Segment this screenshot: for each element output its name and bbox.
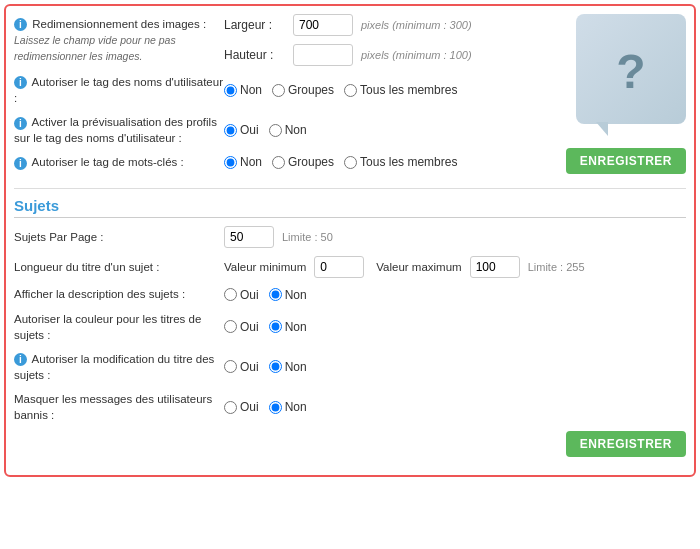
main-container: i Redimensionnement des images : Laissez…: [4, 4, 696, 477]
par-page-label-col: Sujets Par Page :: [14, 229, 224, 245]
couleur-controls: Oui Non: [224, 320, 686, 334]
afficher-desc-row: Afficher la description des sujets : Oui…: [14, 286, 686, 302]
info-icon-redimensionnement: i: [14, 18, 27, 31]
mots-non-option[interactable]: Non: [224, 155, 262, 169]
redimensionnement-label-col: i Redimensionnement des images : Laissez…: [14, 16, 224, 64]
par-page-input[interactable]: [224, 226, 274, 248]
preview-controls: Oui Non: [224, 123, 558, 137]
preview-label-col: i Activer la prévisualisation des profil…: [14, 114, 224, 146]
valeur-min-input[interactable]: [314, 256, 364, 278]
masquer-oui-label: Oui: [240, 400, 259, 414]
tag-groupes-option[interactable]: Groupes: [272, 83, 334, 97]
couleur-oui-option[interactable]: Oui: [224, 320, 259, 334]
save-button-images[interactable]: ENREGISTRER: [566, 148, 686, 174]
couleur-oui-label: Oui: [240, 320, 259, 334]
mots-non-label: Non: [240, 155, 262, 169]
images-section: i Redimensionnement des images : Laissez…: [14, 14, 686, 178]
question-mark-icon: ?: [616, 48, 645, 96]
preview-oui-option[interactable]: Oui: [224, 123, 259, 137]
valeur-limit: Limite : 255: [528, 261, 585, 273]
preview-non-option[interactable]: Non: [269, 123, 307, 137]
tag-tous-option[interactable]: Tous les membres: [344, 83, 457, 97]
masquer-non-label: Non: [285, 400, 307, 414]
redimensionnement-controls: Largeur : pixels (minimum : 300) Hauteur…: [224, 14, 558, 66]
masquer-oui-option[interactable]: Oui: [224, 400, 259, 414]
tag-groupes-label: Groupes: [288, 83, 334, 97]
sujets-section: Sujets Sujets Par Page : Limite : 50 Lon…: [14, 197, 686, 457]
desc-non-option[interactable]: Non: [269, 288, 307, 302]
hauteur-input[interactable]: [293, 44, 353, 66]
tag-noms-row: i Autoriser le tag des noms d'utilisateu…: [14, 74, 558, 106]
tag-tous-label: Tous les membres: [360, 83, 457, 97]
modif-non-option[interactable]: Non: [269, 360, 307, 374]
par-page-controls: Limite : 50: [224, 226, 686, 248]
longueur-controls: Valeur minimum Valeur maximum Limite : 2…: [224, 256, 686, 278]
par-page-row: Sujets Par Page : Limite : 50: [14, 226, 686, 248]
desc-non-label: Non: [285, 288, 307, 302]
tag-mots-controls: Non Groupes Tous les membres: [224, 155, 558, 169]
afficher-desc-label-col: Afficher la description des sujets :: [14, 286, 224, 302]
valeur-max-input[interactable]: [470, 256, 520, 278]
redimensionnement-row: i Redimensionnement des images : Laissez…: [14, 14, 558, 66]
mots-tous-label: Tous les membres: [360, 155, 457, 169]
masquer-non-option[interactable]: Non: [269, 400, 307, 414]
info-icon-tag: i: [14, 76, 27, 89]
couleur-label-col: Autoriser la couleur pour les titres de …: [14, 311, 224, 343]
preview-row: i Activer la prévisualisation des profil…: [14, 114, 558, 146]
images-left: i Redimensionnement des images : Laissez…: [14, 14, 558, 178]
largeur-label: Largeur :: [224, 18, 289, 32]
desc-oui-option[interactable]: Oui: [224, 288, 259, 302]
couleur-non-option[interactable]: Non: [269, 320, 307, 334]
images-right: ? ENREGISTRER: [566, 14, 686, 178]
modif-non-label: Non: [285, 360, 307, 374]
image-placeholder: ?: [576, 14, 686, 124]
preview-oui-label: Oui: [240, 123, 259, 137]
modif-titre-row: i Autoriser la modification du titre des…: [14, 351, 686, 383]
hauteur-label: Hauteur :: [224, 48, 289, 62]
largeur-input[interactable]: [293, 14, 353, 36]
sujets-save-row: ENREGISTRER: [14, 431, 686, 457]
mots-groupes-option[interactable]: Groupes: [272, 155, 334, 169]
couleur-row: Autoriser la couleur pour les titres de …: [14, 311, 686, 343]
tag-mots-label-col: i Autoriser le tag de mots-clés :: [14, 154, 224, 170]
longueur-label-col: Longueur du titre d'un sujet :: [14, 259, 224, 275]
preview-non-label: Non: [285, 123, 307, 137]
hauteur-hint: pixels (minimum : 100): [361, 49, 472, 61]
modif-titre-label-col: i Autoriser la modification du titre des…: [14, 351, 224, 383]
desc-oui-label: Oui: [240, 288, 259, 302]
section-divider: [14, 188, 686, 189]
modif-oui-label: Oui: [240, 360, 259, 374]
valeur-max-label: Valeur maximum: [376, 261, 461, 273]
info-icon-modif: i: [14, 353, 27, 366]
mots-tous-option[interactable]: Tous les membres: [344, 155, 457, 169]
tag-noms-label-col: i Autoriser le tag des noms d'utilisateu…: [14, 74, 224, 106]
couleur-non-label: Non: [285, 320, 307, 334]
info-icon-preview: i: [14, 117, 27, 130]
sujets-title: Sujets: [14, 197, 686, 218]
mots-groupes-label: Groupes: [288, 155, 334, 169]
afficher-desc-controls: Oui Non: [224, 288, 686, 302]
longueur-row: Longueur du titre d'un sujet : Valeur mi…: [14, 256, 686, 278]
masquer-controls: Oui Non: [224, 400, 686, 414]
masquer-label-col: Masquer les messages des utilisateurs ba…: [14, 391, 224, 423]
tag-noms-controls: Non Groupes Tous les membres: [224, 83, 558, 97]
modif-titre-controls: Oui Non: [224, 360, 686, 374]
tag-non-option[interactable]: Non: [224, 83, 262, 97]
save-button-sujets[interactable]: ENREGISTRER: [566, 431, 686, 457]
tag-mots-row: i Autoriser le tag de mots-clés : Non Gr…: [14, 154, 558, 170]
masquer-row: Masquer les messages des utilisateurs ba…: [14, 391, 686, 423]
info-icon-mots: i: [14, 157, 27, 170]
modif-oui-option[interactable]: Oui: [224, 360, 259, 374]
largeur-hint: pixels (minimum : 300): [361, 19, 472, 31]
par-page-limit: Limite : 50: [282, 231, 333, 243]
valeur-min-label: Valeur minimum: [224, 261, 306, 273]
tag-non-label: Non: [240, 83, 262, 97]
